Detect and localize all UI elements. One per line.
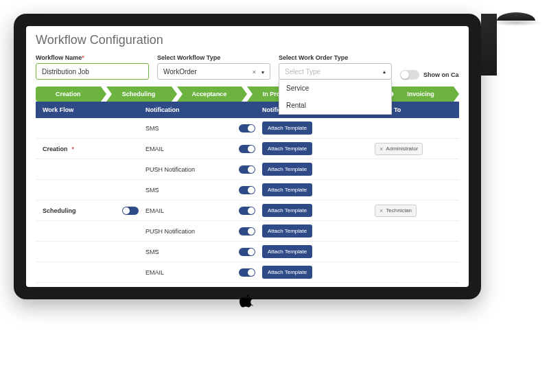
- workflow-name-input[interactable]: Distribution Job: [36, 63, 149, 80]
- notification-type-label: SMS: [145, 125, 159, 132]
- attach-template-button[interactable]: Attach Template: [262, 224, 312, 238]
- workflow-stage-label: Creation: [43, 146, 68, 152]
- workflow-stage-toggle[interactable]: [122, 207, 139, 215]
- attach-template-button[interactable]: Attach Template: [262, 163, 312, 176]
- notification-type-label: PUSH Notification: [145, 166, 195, 173]
- stage-breadcrumb: Creation Scheduling Acceptance In Progre…: [36, 87, 459, 102]
- notify-to-tag[interactable]: ×Technician: [375, 205, 417, 217]
- notification-toggle[interactable]: [239, 227, 255, 235]
- attach-template-button[interactable]: Attach Template: [262, 266, 312, 279]
- table-row: Creation*EMAILAttach Template×Administra…: [36, 139, 459, 159]
- table-row: SMSAttach Template: [36, 180, 459, 200]
- work-order-type-dropdown: Service Rental: [279, 80, 392, 115]
- workflow-type-select[interactable]: WorkOrder ×▾: [157, 63, 270, 80]
- notification-toggle[interactable]: [239, 145, 255, 153]
- notification-type-label: EMAIL: [145, 269, 164, 276]
- workflow-type-label: Select Workflow Type: [157, 54, 270, 61]
- workflow-stage-label: Scheduling: [43, 207, 76, 214]
- table-header: Work Flow Notification Notification Temp…: [36, 102, 459, 118]
- chevron-up-icon: ▴: [383, 69, 386, 75]
- notification-type-label: SMS: [145, 187, 159, 194]
- notification-toggle[interactable]: [239, 207, 255, 215]
- work-order-type-label: Select Work Order Type: [279, 54, 392, 61]
- stage-invoicing[interactable]: Invoicing: [388, 87, 454, 102]
- notification-type-label: SMS: [145, 249, 159, 255]
- notification-toggle[interactable]: [239, 248, 255, 256]
- table-row: SchedulingEMAILAttach Template×Technicia…: [36, 200, 459, 221]
- dropdown-option-service[interactable]: Service: [279, 80, 391, 97]
- remove-tag-icon[interactable]: ×: [379, 146, 383, 152]
- table-row: EMAILAttach Template: [36, 262, 459, 283]
- show-on-label: Show on Ca: [423, 71, 459, 78]
- table-row: PUSH NotificationAttach Template: [36, 159, 459, 180]
- show-on-toggle[interactable]: [400, 70, 419, 80]
- chevron-down-icon: ▾: [261, 69, 264, 76]
- stage-creation[interactable]: Creation: [36, 87, 101, 102]
- notification-toggle[interactable]: [239, 124, 255, 132]
- clear-type-icon[interactable]: ×: [253, 69, 256, 76]
- table-row: SMSAttach Template: [36, 118, 459, 139]
- table-row: SMSAttach Template: [36, 242, 459, 262]
- work-order-type-select[interactable]: Select Type ▴: [279, 63, 392, 80]
- attach-template-button[interactable]: Attach Template: [262, 204, 312, 217]
- notification-type-label: PUSH Notification: [145, 228, 195, 235]
- stage-acceptance[interactable]: Acceptance: [177, 87, 242, 102]
- notification-type-label: EMAIL: [145, 207, 164, 214]
- attach-template-button[interactable]: Attach Template: [262, 122, 312, 135]
- workflow-name-label: Workflow Name*: [36, 54, 149, 61]
- notification-toggle[interactable]: [239, 268, 255, 277]
- stage-scheduling[interactable]: Scheduling: [106, 87, 172, 102]
- required-asterisk: *: [72, 146, 75, 152]
- attach-template-button[interactable]: Attach Template: [262, 183, 312, 196]
- apple-logo: [240, 294, 255, 309]
- table-row: PUSH NotificationAttach Template: [36, 221, 459, 242]
- remove-tag-icon[interactable]: ×: [379, 207, 383, 214]
- notification-toggle[interactable]: [239, 186, 255, 194]
- attach-template-button[interactable]: Attach Template: [262, 142, 312, 155]
- notification-type-label: EMAIL: [145, 146, 164, 152]
- notify-to-tag[interactable]: ×Administrator: [375, 143, 423, 155]
- page-title: Workflow Configuration: [36, 33, 459, 47]
- notification-toggle[interactable]: [239, 165, 255, 174]
- dropdown-option-rental[interactable]: Rental: [279, 97, 391, 114]
- attach-template-button[interactable]: Attach Template: [262, 245, 312, 258]
